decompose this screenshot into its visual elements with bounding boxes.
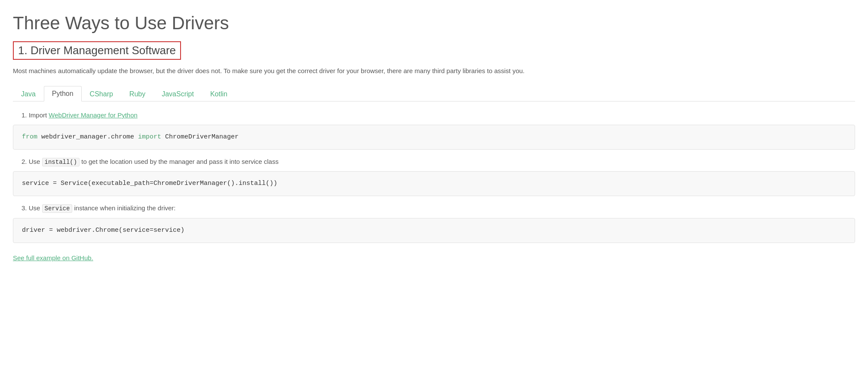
step2-text: 2. Use install() to get the location use… — [21, 157, 855, 167]
section1-heading: 1. Driver Management Software — [13, 41, 181, 60]
description-text: Most machines automatically update the b… — [13, 66, 855, 76]
tab-ruby[interactable]: Ruby — [121, 86, 153, 101]
code-block-3: driver = webdriver.Chrome(service=servic… — [13, 218, 855, 243]
step3-text: 3. Use Service instance when initializin… — [21, 203, 855, 213]
tab-java[interactable]: Java — [13, 86, 44, 101]
language-tabs: Java Python CSharp Ruby JavaScript Kotli… — [13, 86, 855, 101]
tab-javascript[interactable]: JavaScript — [153, 86, 202, 101]
tab-python[interactable]: Python — [44, 86, 82, 101]
code-block-2: service = Service(executable_path=Chrome… — [13, 171, 855, 196]
tab-csharp[interactable]: CSharp — [82, 86, 121, 101]
step1-text: 1. Import WebDriver Manager for Python — [21, 110, 855, 120]
code-block-1: from webdriver_manager.chrome import Chr… — [13, 125, 855, 150]
webdriver-manager-link[interactable]: WebDriver Manager for Python — [49, 111, 137, 119]
tab-kotlin[interactable]: Kotlin — [202, 86, 236, 101]
page-title: Three Ways to Use Drivers — [13, 13, 855, 34]
github-link[interactable]: See full example on GitHub. — [13, 254, 93, 261]
